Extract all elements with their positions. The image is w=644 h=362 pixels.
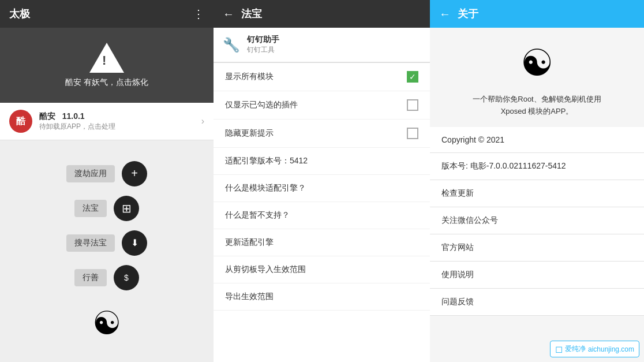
dropdown-menu: 显示所有模块 ✓ 仅显示已勾选的插件 隐藏更新提示 适配引擎版本号：5412 什… (214, 62, 430, 362)
menu-item-label-7: 从剪切板导入生效范围 (225, 264, 306, 275)
action-btn-4[interactable]: $ (114, 265, 139, 290)
about-check-update[interactable]: 检查更新 (430, 180, 644, 207)
menu-item-label-2: 隐藏更新提示 (225, 128, 274, 139)
about-website[interactable]: 官方网站 (430, 234, 644, 262)
watermark: ◻ 爱纯净 aichunjing.com (550, 341, 639, 357)
action-label-2: 法宝 (74, 200, 107, 217)
checkbox-empty-icon-1 (407, 99, 418, 111)
menu-item-label-6: 更新适配引擎 (225, 237, 274, 248)
about-version: 版本号: 电影-7.0.0.02111627-5412 (430, 153, 644, 180)
taiji-large-icon: ☯ (521, 42, 553, 84)
action-btn-2[interactable]: ⊞ (114, 196, 139, 221)
app-icon: 酷 (9, 110, 32, 133)
app-arrow-icon: › (201, 116, 204, 126)
menu-item-4[interactable]: 什么是模块适配引擎？ (214, 175, 430, 202)
left-header: 太极 ⋮ (0, 0, 214, 28)
left-title: 太极 (9, 7, 188, 21)
menu-item-3: 适配引擎版本号：5412 (214, 148, 430, 175)
about-copyright: Copyright © 2021 (430, 127, 644, 153)
action-btn-3[interactable]: ⬇ (122, 230, 147, 256)
app-info: 酷安 11.0.1 待卸载原APP，点击处理 (39, 111, 194, 132)
checkbox-checked-icon: ✓ (407, 71, 418, 83)
action-label-1: 渡劫应用 (66, 165, 115, 182)
action-row-4: 行善 $ (74, 265, 139, 290)
menu-item-label-3: 适配引擎版本号：5412 (225, 156, 308, 166)
action-label-4: 行善 (74, 269, 107, 286)
about-content: ☯ 一个帮助你免Root、免解锁免刷机使用Xposed 模块的APP。 (430, 28, 644, 127)
about-manual[interactable]: 使用说明 (430, 262, 644, 289)
watermark-url: aichunjing.com (588, 345, 634, 353)
action-row-3: 搜寻法宝 ⬇ (66, 230, 147, 256)
tool-sub: 钉钉工具 (247, 45, 279, 55)
middle-title: 法宝 (241, 7, 262, 21)
action-row-2: 法宝 ⊞ (74, 196, 139, 221)
taiji-symbol: ☯ (92, 304, 121, 342)
checkbox-empty-icon-2 (407, 128, 418, 139)
watermark-icon: ◻ (555, 344, 563, 354)
action-label-3: 搜寻法宝 (66, 234, 115, 252)
action-buttons: 渡劫应用 + 法宝 ⊞ 搜寻法宝 ⬇ 行善 $ ☯ (0, 140, 214, 362)
menu-item-7[interactable]: 从剪切板导入生效范围 (214, 256, 430, 283)
menu-item-label-0: 显示所有模块 (225, 72, 274, 82)
middle-header: ← 法宝 (214, 0, 430, 28)
left-panel: 太极 ⋮ 酷安 有妖气，点击炼化 酷 酷安 11.0.1 待卸载原APP，点击处… (0, 0, 214, 362)
menu-item-1[interactable]: 仅显示已勾选的插件 (214, 91, 430, 120)
about-list: Copyright © 2021 版本号: 电影-7.0.0.02111627-… (430, 127, 644, 362)
menu-item-label-4: 什么是模块适配引擎？ (225, 183, 306, 193)
tool-icon: 🔧 (223, 37, 240, 53)
menu-item-5[interactable]: 什么是暂不支持？ (214, 202, 430, 229)
menu-item-0[interactable]: 显示所有模块 ✓ (214, 63, 430, 91)
right-header: ← 关于 (430, 0, 644, 28)
middle-panel: ← 法宝 🔧 钉钉助手 钉钉工具 显示所有模块 ✓ 仅显示已勾选的插件 隐藏更新… (214, 0, 430, 362)
menu-item-label-1: 仅显示已勾选的插件 (225, 100, 298, 110)
warning-text: 酷安 有妖气，点击炼化 (65, 77, 148, 88)
menu-icon[interactable]: ⋮ (193, 7, 204, 21)
tool-name: 钉钉助手 (247, 35, 279, 45)
app-sub: 待卸载原APP，点击处理 (39, 122, 194, 132)
right-panel: ← 关于 ☯ 一个帮助你免Root、免解锁免刷机使用Xposed 模块的APP。… (430, 0, 644, 362)
menu-item-label-5: 什么是暂不支持？ (225, 210, 290, 221)
menu-item-label-8: 导出生效范围 (225, 292, 274, 302)
about-wechat[interactable]: 关注微信公众号 (430, 207, 644, 234)
app-item[interactable]: 酷 酷安 11.0.1 待卸载原APP，点击处理 › (0, 103, 214, 140)
action-btn-1[interactable]: + (122, 161, 147, 186)
right-back-icon[interactable]: ← (439, 8, 451, 21)
menu-item-8[interactable]: 导出生效范围 (214, 283, 430, 311)
about-feedback[interactable]: 问题反馈 (430, 289, 644, 316)
right-title: 关于 (458, 7, 478, 21)
watermark-text: 爱纯净 (565, 344, 586, 354)
menu-item-2[interactable]: 隐藏更新提示 (214, 120, 430, 148)
tool-item[interactable]: 🔧 钉钉助手 钉钉工具 (214, 28, 430, 62)
about-description: 一个帮助你免Root、免解锁免刷机使用Xposed 模块的APP。 (473, 94, 601, 118)
warning-triangle-icon (89, 43, 124, 73)
tool-info: 钉钉助手 钉钉工具 (247, 35, 279, 55)
warning-banner: 酷安 有妖气，点击炼化 (0, 28, 214, 103)
middle-back-icon[interactable]: ← (223, 8, 234, 21)
app-name: 酷安 11.0.1 (39, 111, 194, 122)
menu-item-6[interactable]: 更新适配引擎 (214, 229, 430, 256)
action-row-1: 渡劫应用 + (66, 161, 147, 186)
